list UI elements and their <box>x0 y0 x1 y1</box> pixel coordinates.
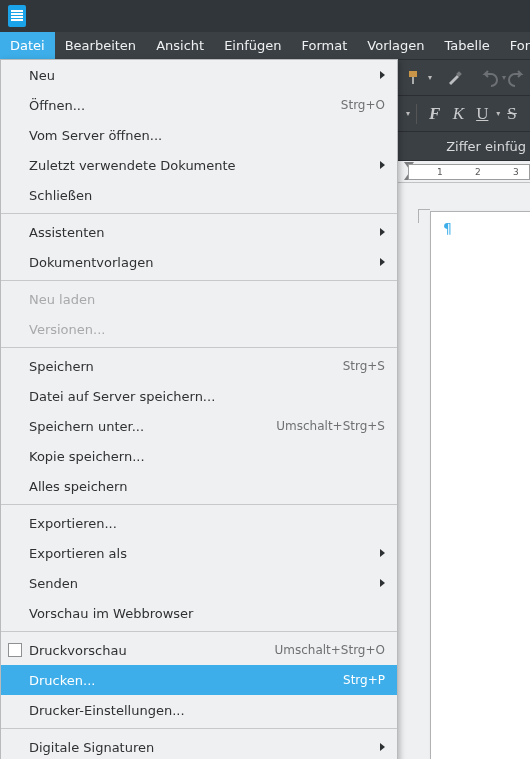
paintbrush-button[interactable] <box>446 65 464 91</box>
menu-separator <box>1 504 397 505</box>
menu-item-label: Drucken... <box>29 673 343 688</box>
menu-item[interactable]: SpeichernStrg+S <box>1 351 397 381</box>
submenu-arrow-icon <box>380 743 385 751</box>
chevron-down-icon[interactable]: ▾ <box>406 109 410 118</box>
italic-button[interactable]: K <box>449 101 469 127</box>
menu-item[interactable]: Digitale Signaturen <box>1 732 397 759</box>
submenu-arrow-icon <box>380 549 385 557</box>
submenu-arrow-icon <box>380 258 385 266</box>
menu-item[interactable]: Öffnen...Strg+O <box>1 90 397 120</box>
menu-item-label: Dokumentvorlagen <box>29 255 374 270</box>
svg-rect-1 <box>412 77 414 84</box>
menu-item-label: Speichern unter... <box>29 419 276 434</box>
menu-item-label: Assistenten <box>29 225 374 240</box>
menu-item-label: Öffnen... <box>29 98 341 113</box>
pilcrow-mark: ¶ <box>443 220 452 236</box>
menu-formular[interactable]: Formular <box>500 32 530 59</box>
menu-item-label: Digitale Signaturen <box>29 740 374 755</box>
menu-item-shortcut: Strg+S <box>343 359 385 373</box>
menu-item[interactable]: Senden <box>1 568 397 598</box>
document-icon <box>8 5 26 27</box>
menu-item: Versionen... <box>1 314 397 344</box>
menu-item-label: Schließen <box>29 188 385 203</box>
menu-item-label: Speichern <box>29 359 343 374</box>
file-menu-dropdown: NeuÖffnen...Strg+OVom Server öffnen...Zu… <box>0 59 398 759</box>
menu-item[interactable]: Drucker-Einstellungen... <box>1 695 397 725</box>
menu-item[interactable]: DruckvorschauUmschalt+Strg+O <box>1 635 397 665</box>
menu-item[interactable]: Alles speichern <box>1 471 397 501</box>
menu-item-shortcut: Strg+O <box>341 98 385 112</box>
bold-button[interactable]: F <box>425 101 445 127</box>
strikethrough-button[interactable]: S <box>502 101 522 127</box>
chevron-down-icon[interactable]: ▾ <box>428 73 432 82</box>
menu-item-shortcut: Umschalt+Strg+S <box>276 419 385 433</box>
menu-item[interactable]: Zuletzt verwendete Dokumente <box>1 150 397 180</box>
redo-button[interactable] <box>508 65 526 91</box>
menu-tabelle[interactable]: Tabelle <box>435 32 500 59</box>
menu-item[interactable]: Assistenten <box>1 217 397 247</box>
menu-item-shortcut: Strg+P <box>343 673 385 687</box>
menu-item[interactable]: Dokumentvorlagen <box>1 247 397 277</box>
chevron-down-icon[interactable]: ▾ <box>502 73 506 82</box>
menu-item: Neu laden <box>1 284 397 314</box>
menu-item[interactable]: Drucken...Strg+P <box>1 665 397 695</box>
menu-item-label: Datei auf Server speichern... <box>29 389 385 404</box>
menu-item[interactable]: Datei auf Server speichern... <box>1 381 397 411</box>
menu-item-label: Vom Server öffnen... <box>29 128 385 143</box>
menu-item[interactable]: Speichern unter...Umschalt+Strg+S <box>1 411 397 441</box>
menu-separator <box>1 631 397 632</box>
menu-item-label: Kopie speichern... <box>29 449 385 464</box>
menu-item[interactable]: Vorschau im Webbrowser <box>1 598 397 628</box>
menubar: DateiBearbeitenAnsichtEinfügenFormatVorl… <box>0 32 530 59</box>
menu-einfügen[interactable]: Einfügen <box>214 32 291 59</box>
menu-item-label: Exportieren als <box>29 546 374 561</box>
menu-item-label: Druckvorschau <box>29 643 274 658</box>
insert-number-label[interactable]: Ziffer einfüg <box>446 139 526 154</box>
menu-item-label: Vorschau im Webbrowser <box>29 606 385 621</box>
menu-item-label: Versionen... <box>29 322 385 337</box>
submenu-arrow-icon <box>380 161 385 169</box>
menu-item-label: Alles speichern <box>29 479 385 494</box>
menu-separator <box>1 213 397 214</box>
menu-item[interactable]: Exportieren als <box>1 538 397 568</box>
menu-item-label: Exportieren... <box>29 516 385 531</box>
checkbox-icon <box>8 643 22 657</box>
menu-item-label: Drucker-Einstellungen... <box>29 703 385 718</box>
menu-ansicht[interactable]: Ansicht <box>146 32 214 59</box>
ruler-scale: 1 2 3 <box>408 164 530 180</box>
underline-button[interactable]: U <box>472 101 492 127</box>
menu-bearbeiten[interactable]: Bearbeiten <box>55 32 146 59</box>
menu-item[interactable]: Schließen <box>1 180 397 210</box>
menu-item[interactable]: Vom Server öffnen... <box>1 120 397 150</box>
submenu-arrow-icon <box>380 228 385 236</box>
menu-item-label: Senden <box>29 576 374 591</box>
undo-button[interactable] <box>480 65 498 91</box>
submenu-arrow-icon <box>380 579 385 587</box>
page-corner <box>418 209 430 223</box>
menu-item-label: Zuletzt verwendete Dokumente <box>29 158 374 173</box>
ruler-number: 1 <box>437 167 443 177</box>
submenu-arrow-icon <box>380 71 385 79</box>
menu-datei[interactable]: Datei <box>0 32 55 59</box>
ruler-number: 3 <box>513 167 519 177</box>
menu-item[interactable]: Kopie speichern... <box>1 441 397 471</box>
menu-item[interactable]: Neu <box>1 60 397 90</box>
document-page[interactable]: ¶ <box>430 211 530 759</box>
menu-item[interactable]: Exportieren... <box>1 508 397 538</box>
menu-separator <box>1 728 397 729</box>
svg-rect-0 <box>409 71 417 77</box>
menu-item-label: Neu laden <box>29 292 385 307</box>
menu-separator <box>1 280 397 281</box>
menu-separator <box>1 347 397 348</box>
menu-item-label: Neu <box>29 68 374 83</box>
chevron-down-icon[interactable]: ▾ <box>496 109 500 118</box>
clone-formatting-button[interactable] <box>406 65 424 91</box>
ruler-number: 2 <box>475 167 481 177</box>
menu-format[interactable]: Format <box>292 32 358 59</box>
menu-vorlagen[interactable]: Vorlagen <box>357 32 434 59</box>
menu-item-shortcut: Umschalt+Strg+O <box>274 643 385 657</box>
toolbar-separator <box>416 104 417 124</box>
window-titlebar <box>0 0 530 32</box>
